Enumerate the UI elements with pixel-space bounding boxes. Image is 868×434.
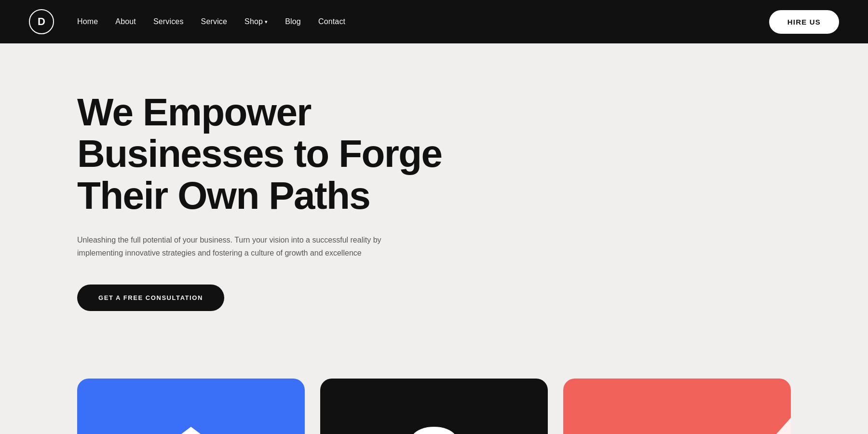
nav-left: D Home About Services Service — [29, 9, 345, 34]
nav-item-services[interactable]: Services — [153, 17, 184, 26]
logo-letter: D — [38, 15, 45, 28]
nav-item-blog[interactable]: Blog — [285, 17, 301, 26]
nav-link-blog[interactable]: Blog — [285, 17, 301, 26]
nav-link-about[interactable]: About — [115, 17, 136, 26]
nav-item-home[interactable]: Home — [77, 17, 98, 26]
card-black — [320, 379, 548, 434]
navigation: D Home About Services Service — [0, 0, 868, 43]
arrow-icon — [699, 412, 791, 434]
hero-subtitle: Unleashing the full potential of your bu… — [77, 234, 405, 259]
nav-item-contact[interactable]: Contact — [318, 17, 345, 26]
nav-link-contact[interactable]: Contact — [318, 17, 345, 26]
nav-link-home[interactable]: Home — [77, 17, 98, 26]
hire-us-button[interactable]: HIRE US — [769, 10, 839, 34]
card-blue — [77, 379, 305, 434]
nav-item-about[interactable]: About — [115, 17, 136, 26]
cards-section — [0, 340, 868, 434]
nav-item-shop[interactable]: Shop ▾ — [244, 17, 268, 26]
card-coral — [563, 379, 791, 434]
hero-title: We Empower Businesses to Forge Their Own… — [77, 92, 511, 217]
svg-marker-0 — [152, 427, 230, 434]
nav-item-service[interactable]: Service — [201, 17, 227, 26]
nav-link-shop[interactable]: Shop ▾ — [244, 17, 268, 26]
chevron-down-icon: ▾ — [265, 19, 268, 25]
cta-button[interactable]: GET A FREE CONSULTATION — [77, 285, 224, 311]
house-icon — [152, 422, 230, 434]
nav-links: Home About Services Service Shop — [77, 17, 345, 26]
nav-link-services[interactable]: Services — [153, 17, 184, 26]
svg-marker-2 — [699, 412, 791, 434]
nav-link-service[interactable]: Service — [201, 17, 227, 26]
logo[interactable]: D — [29, 9, 54, 34]
hero-section: We Empower Businesses to Forge Their Own… — [0, 43, 868, 340]
person-arch-icon — [400, 422, 468, 434]
